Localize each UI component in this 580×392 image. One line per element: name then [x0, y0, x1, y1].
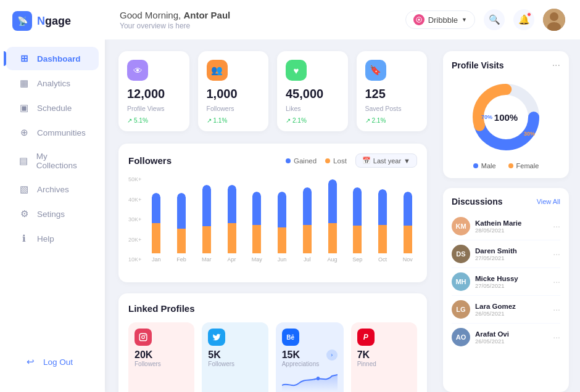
- linked-cards: 20K Followers › 5K Followers ›: [128, 322, 417, 392]
- sidebar-item-help[interactable]: ℹ Help: [6, 227, 99, 250]
- platform-icon: [413, 14, 425, 25]
- app-logo: 📡 Ngage: [0, 11, 105, 46]
- period-selector[interactable]: 📅 Last year ▼: [355, 153, 417, 168]
- bar-orange: [404, 226, 412, 253]
- bar-blue: [202, 185, 211, 226]
- linked-card-instagram: 20K Followers ›: [128, 322, 194, 392]
- bar-orange: [152, 223, 160, 253]
- stat-trend: ↗ 1.1%: [207, 117, 260, 124]
- bar-blue: [228, 185, 236, 223]
- twitter-value: 5K: [208, 349, 262, 361]
- discussion-item: KM Kathein Marie 28/05/2021 ···: [452, 213, 560, 240]
- disc-view-all-button[interactable]: View All: [537, 198, 560, 205]
- help-icon: ℹ: [19, 233, 30, 244]
- main-content: Good Morning, Antor Paul Your overview i…: [105, 0, 580, 392]
- disc-name: Daren Smith: [475, 247, 548, 255]
- notification-button[interactable]: 🔔: [513, 9, 534, 30]
- followers-title: Followers: [128, 155, 172, 166]
- disc-date: 26/05/2021: [475, 338, 548, 345]
- profile-visits-card: Profile Visits ··· 70% 30%: [443, 51, 569, 178]
- disc-more-button[interactable]: ···: [553, 332, 560, 342]
- chevron-icon: ▼: [404, 157, 410, 165]
- donut-center-label: 100%: [494, 112, 518, 123]
- discussion-item: AO Arafat Ovi 26/05/2021 ···: [452, 324, 560, 351]
- followers-icon: 👥: [207, 60, 228, 81]
- profile-views-icon: 👁: [127, 60, 148, 81]
- linked-profiles-header: Linked Profiles: [128, 303, 417, 314]
- bar-blue: [378, 189, 387, 225]
- notification-badge: [527, 12, 531, 17]
- sidebar-item-analytics[interactable]: ▦ Analytics: [6, 71, 99, 95]
- search-button[interactable]: 🔍: [484, 9, 505, 30]
- sidebar-item-settings[interactable]: ⚙ Setings: [6, 202, 99, 226]
- header-greeting: Good Morning, Antor Paul Your overview i…: [120, 10, 230, 30]
- bar-group: Jun: [273, 192, 292, 263]
- sidebar-item-label: My Collections: [36, 152, 86, 170]
- svg-text:70%: 70%: [481, 114, 492, 120]
- logout-icon: ↩: [25, 356, 36, 367]
- bar-group: Jul: [297, 187, 317, 263]
- male-dot: [473, 163, 478, 168]
- disc-info: Kathein Marie 28/05/2021: [475, 219, 548, 234]
- disc-more-button[interactable]: ···: [553, 249, 560, 259]
- sidebar-item-my-collections[interactable]: ▤ My Collections: [6, 145, 99, 176]
- bar-month-label: Nov: [403, 256, 413, 263]
- bar-blue: [278, 192, 286, 227]
- platform-selector[interactable]: Dribbble ▼: [405, 10, 475, 29]
- sidebar-item-label: Schedule: [37, 104, 72, 113]
- followers-section: Followers Gained Lost: [118, 144, 427, 282]
- bar-month-label: Aug: [328, 256, 338, 263]
- bar-stack: [228, 185, 236, 253]
- bar-month-label: Apr: [228, 256, 236, 263]
- disc-avatar: AO: [452, 328, 470, 346]
- bar-orange: [202, 226, 211, 253]
- bar-orange: [252, 225, 261, 253]
- bar-stack: [378, 189, 387, 253]
- bar-group: Oct: [373, 189, 392, 263]
- bar-chart: 10K+ 20K+ 30K+ 40K+ 50K+ JanFebMarAprMay…: [128, 176, 417, 275]
- logo-icon: 📡: [12, 11, 32, 31]
- bar-group: Aug: [323, 179, 342, 263]
- sidebar-item-communities[interactable]: ⊕ Communities: [6, 121, 99, 144]
- sidebar-item-dashboard[interactable]: ⊞ Dashboard: [6, 47, 99, 70]
- disc-date: 27/05/2021: [475, 282, 548, 289]
- bar-blue: [177, 193, 186, 229]
- sidebar-item-schedule[interactable]: ▣ Schedule: [6, 96, 99, 120]
- sidebar-item-archives[interactable]: ▧ Archives: [6, 178, 99, 201]
- disc-name: Arafat Ovi: [475, 330, 548, 338]
- bar-blue: [252, 192, 261, 225]
- right-panel: Profile Visits ··· 70% 30%: [438, 40, 580, 392]
- pv-more-button[interactable]: ···: [552, 60, 560, 71]
- instagram-icon: [135, 329, 152, 346]
- bar-orange: [353, 226, 362, 253]
- user-avatar[interactable]: [543, 9, 565, 31]
- chevron-down-icon: ▼: [462, 17, 467, 23]
- header: Good Morning, Antor Paul Your overview i…: [105, 0, 580, 40]
- twitter-icon: [208, 329, 225, 346]
- behance-value: 15K: [282, 349, 320, 361]
- bar-month-label: Jul: [304, 256, 311, 263]
- behance-arrow[interactable]: ›: [326, 349, 338, 361]
- stat-value: 12,000: [127, 87, 181, 101]
- bar-blue: [303, 187, 312, 225]
- instagram-label: Followers: [135, 361, 188, 367]
- sidebar-item-label: Archives: [37, 185, 69, 194]
- disc-more-button[interactable]: ···: [553, 304, 560, 314]
- disc-more-button[interactable]: ···: [553, 277, 560, 287]
- stat-trend: ↗ 2.1%: [286, 117, 339, 124]
- platform-name: Dribbble: [428, 15, 458, 25]
- bar-month-label: Jan: [152, 256, 161, 263]
- disc-more-button[interactable]: ···: [553, 221, 560, 231]
- likes-icon: ♥: [286, 60, 307, 81]
- stat-label: Followers: [207, 105, 260, 112]
- bar-stack: [328, 179, 337, 253]
- bar-orange: [177, 229, 186, 253]
- linked-card-behance: Bē 15K Appreciations ›: [276, 322, 344, 392]
- logout-button[interactable]: ↩ Log Out: [12, 350, 93, 374]
- donut-legend: Male Female: [452, 162, 560, 169]
- instagram-value: 20K: [135, 349, 188, 361]
- trend-arrow-icon: ↗: [286, 117, 291, 124]
- stat-label: Likes: [286, 105, 339, 112]
- sidebar-item-label: Dashboard: [37, 54, 81, 63]
- search-icon: 🔍: [489, 14, 500, 25]
